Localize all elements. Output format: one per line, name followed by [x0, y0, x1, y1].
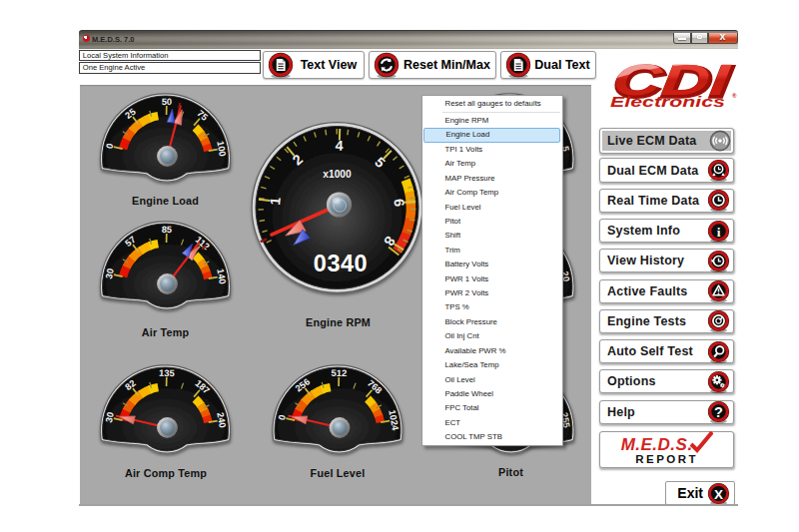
- svg-text:?: ?: [714, 404, 723, 420]
- svg-text:i: i: [716, 224, 720, 239]
- svg-text:X: X: [714, 486, 723, 501]
